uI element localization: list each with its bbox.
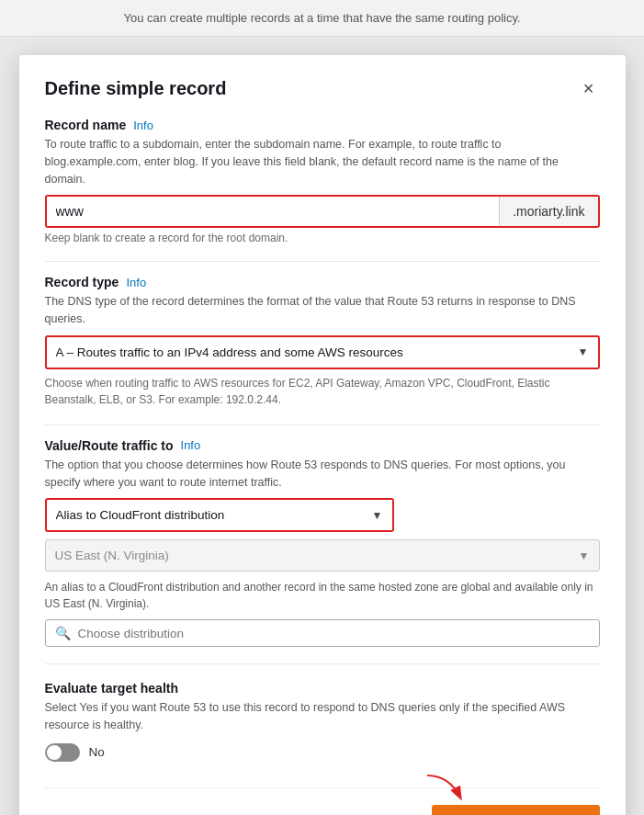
region-text: US East (N. Virginia): [55, 549, 169, 562]
evaluate-desc: Select Yes if you want Route 53 to use t…: [45, 699, 600, 734]
value-route-section: Value/Route traffic to Info The option t…: [45, 438, 600, 648]
page-wrapper: You can create multiple records at a tim…: [0, 0, 644, 815]
record-name-label-row: Record name Info: [45, 118, 600, 132]
evaluate-label: Evaluate target health: [45, 681, 179, 696]
modal-title: Define simple record: [45, 78, 227, 99]
modal-header: Define simple record ×: [45, 77, 600, 99]
modal: Define simple record × Record name Info …: [19, 55, 626, 815]
record-name-desc: To route traffic to a subdomain, enter t…: [45, 136, 600, 187]
close-button[interactable]: ×: [578, 77, 600, 99]
toggle-row: No: [45, 743, 600, 762]
cancel-button[interactable]: Cancel: [353, 807, 419, 815]
modal-footer: Cancel Define simple record: [45, 787, 600, 815]
region-dropdown-arrow: ▼: [579, 549, 590, 562]
record-type-info-link[interactable]: Info: [126, 276, 146, 289]
divider-2: [45, 424, 600, 425]
arrow-annotation: [418, 772, 473, 809]
distribution-search[interactable]: 🔍: [45, 619, 600, 647]
record-type-desc: The DNS type of the record determines th…: [45, 293, 600, 328]
toggle-knob: [47, 745, 62, 760]
top-message: You can create multiple records at a tim…: [123, 11, 520, 25]
value-route-desc: The option that you choose determines ho…: [45, 457, 600, 492]
search-icon: 🔍: [55, 626, 71, 640]
evaluate-toggle-label: No: [89, 745, 105, 759]
region-row: US East (N. Virginia) ▼: [45, 539, 600, 572]
modal-overlay: Define simple record × Record name Info …: [0, 37, 644, 815]
divider-1: [45, 261, 600, 262]
record-type-sub-desc: Choose when routing traffic to AWS resou…: [45, 375, 600, 408]
value-route-label-row: Value/Route traffic to Info: [45, 438, 600, 453]
record-name-suffix: .moriarty.link: [499, 197, 597, 226]
record-name-label: Record name: [45, 118, 127, 132]
top-bar: You can create multiple records at a tim…: [0, 0, 644, 37]
record-type-label-row: Record type Info: [45, 275, 600, 289]
value-route-select-wrapper: Alias to CloudFront distribution Alias t…: [45, 498, 394, 532]
distribution-search-input[interactable]: [78, 627, 590, 640]
evaluate-toggle[interactable]: [45, 743, 80, 762]
record-name-info-link[interactable]: Info: [133, 119, 153, 132]
value-route-info-link[interactable]: Info: [181, 438, 201, 452]
record-type-select[interactable]: A – Routes traffic to an IPv4 address an…: [47, 337, 598, 368]
record-type-label: Record type: [45, 275, 119, 289]
record-name-input-row: .moriarty.link: [45, 195, 600, 228]
value-route-select[interactable]: Alias to CloudFront distribution Alias t…: [47, 500, 392, 530]
record-type-section: Record type Info The DNS type of the rec…: [45, 275, 600, 408]
record-name-input[interactable]: [47, 197, 500, 226]
record-type-select-wrapper: A – Routes traffic to an IPv4 address an…: [45, 335, 600, 369]
divider-3: [45, 663, 600, 664]
evaluate-section: Evaluate target health Select Yes if you…: [45, 681, 600, 762]
record-name-hint: Keep blank to create a record for the ro…: [45, 232, 600, 244]
alias-note: An alias to a CloudFront distribution an…: [45, 579, 600, 612]
value-route-label: Value/Route traffic to: [45, 438, 174, 453]
evaluate-label-row: Evaluate target health: [45, 681, 600, 696]
record-name-section: Record name Info To route traffic to a s…: [45, 118, 600, 244]
